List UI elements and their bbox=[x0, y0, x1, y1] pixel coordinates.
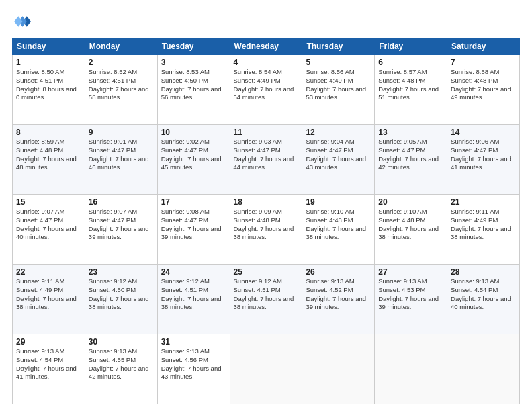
calendar-table: SundayMondayTuesdayWednesdayThursdayFrid… bbox=[12, 38, 520, 404]
calendar-week-3: 15 Sunrise: 9:07 AMSunset: 4:47 PMDaylig… bbox=[13, 195, 520, 265]
calendar-cell: 7 Sunrise: 8:58 AMSunset: 4:48 PMDayligh… bbox=[447, 55, 520, 125]
day-info: Sunrise: 9:08 AMSunset: 4:47 PMDaylight:… bbox=[161, 208, 226, 242]
day-number: 20 bbox=[378, 197, 443, 207]
day-info: Sunrise: 9:13 AMSunset: 4:56 PMDaylight:… bbox=[161, 347, 226, 381]
logo bbox=[12, 12, 34, 31]
day-info: Sunrise: 9:07 AMSunset: 4:47 PMDaylight:… bbox=[89, 208, 154, 242]
day-number: 19 bbox=[306, 197, 371, 207]
day-info: Sunrise: 9:10 AMSunset: 4:48 PMDaylight:… bbox=[378, 208, 443, 242]
day-info: Sunrise: 9:05 AMSunset: 4:47 PMDaylight:… bbox=[378, 138, 443, 172]
day-number: 18 bbox=[234, 197, 299, 207]
calendar-cell: 20 Sunrise: 9:10 AMSunset: 4:48 PMDaylig… bbox=[375, 195, 447, 265]
day-info: Sunrise: 8:57 AMSunset: 4:48 PMDaylight:… bbox=[378, 68, 443, 102]
day-number: 11 bbox=[234, 128, 299, 137]
day-info: Sunrise: 9:10 AMSunset: 4:48 PMDaylight:… bbox=[306, 208, 371, 242]
calendar-cell: 26 Sunrise: 9:13 AMSunset: 4:52 PMDaylig… bbox=[302, 265, 375, 334]
day-number: 15 bbox=[16, 197, 81, 207]
calendar-cell bbox=[230, 334, 302, 404]
day-info: Sunrise: 9:13 AMSunset: 4:55 PMDaylight:… bbox=[89, 347, 154, 381]
day-info: Sunrise: 8:59 AMSunset: 4:48 PMDaylight:… bbox=[16, 138, 81, 172]
weekday-tuesday: Tuesday bbox=[157, 38, 230, 55]
calendar-week-2: 8 Sunrise: 8:59 AMSunset: 4:48 PMDayligh… bbox=[13, 125, 520, 195]
day-info: Sunrise: 8:56 AMSunset: 4:49 PMDaylight:… bbox=[306, 68, 371, 102]
calendar-week-5: 29 Sunrise: 9:13 AMSunset: 4:54 PMDaylig… bbox=[13, 334, 520, 404]
day-number: 13 bbox=[378, 128, 443, 137]
calendar-cell: 25 Sunrise: 9:12 AMSunset: 4:51 PMDaylig… bbox=[230, 265, 302, 334]
day-number: 7 bbox=[451, 58, 516, 67]
day-info: Sunrise: 9:07 AMSunset: 4:47 PMDaylight:… bbox=[16, 208, 81, 242]
day-number: 2 bbox=[89, 58, 154, 67]
day-info: Sunrise: 9:06 AMSunset: 4:47 PMDaylight:… bbox=[451, 138, 516, 172]
calendar-week-4: 22 Sunrise: 9:11 AMSunset: 4:49 PMDaylig… bbox=[13, 265, 520, 334]
day-info: Sunrise: 9:04 AMSunset: 4:47 PMDaylight:… bbox=[306, 138, 371, 172]
day-number: 26 bbox=[306, 267, 371, 277]
calendar-cell: 12 Sunrise: 9:04 AMSunset: 4:47 PMDaylig… bbox=[302, 125, 375, 195]
day-info: Sunrise: 9:13 AMSunset: 4:54 PMDaylight:… bbox=[16, 347, 81, 381]
calendar-cell: 22 Sunrise: 9:11 AMSunset: 4:49 PMDaylig… bbox=[13, 265, 85, 334]
day-number: 8 bbox=[16, 128, 81, 137]
day-number: 25 bbox=[234, 267, 299, 277]
calendar-cell: 19 Sunrise: 9:10 AMSunset: 4:48 PMDaylig… bbox=[302, 195, 375, 265]
day-number: 29 bbox=[16, 337, 81, 347]
logo-icon bbox=[12, 12, 31, 31]
day-info: Sunrise: 9:03 AMSunset: 4:47 PMDaylight:… bbox=[234, 138, 299, 172]
day-info: Sunrise: 8:52 AMSunset: 4:51 PMDaylight:… bbox=[89, 68, 154, 102]
weekday-monday: Monday bbox=[85, 38, 157, 55]
calendar-cell: 1 Sunrise: 8:50 AMSunset: 4:51 PMDayligh… bbox=[13, 55, 85, 125]
calendar-cell: 27 Sunrise: 9:13 AMSunset: 4:53 PMDaylig… bbox=[375, 265, 447, 334]
day-info: Sunrise: 8:58 AMSunset: 4:48 PMDaylight:… bbox=[451, 68, 516, 102]
day-number: 16 bbox=[89, 197, 154, 207]
calendar-cell: 31 Sunrise: 9:13 AMSunset: 4:56 PMDaylig… bbox=[157, 334, 230, 404]
calendar-cell: 9 Sunrise: 9:01 AMSunset: 4:47 PMDayligh… bbox=[85, 125, 157, 195]
calendar-cell: 21 Sunrise: 9:11 AMSunset: 4:49 PMDaylig… bbox=[447, 195, 520, 265]
weekday-saturday: Saturday bbox=[447, 38, 520, 55]
day-number: 24 bbox=[161, 267, 226, 277]
day-number: 21 bbox=[451, 197, 516, 207]
day-number: 10 bbox=[161, 128, 226, 137]
calendar-cell: 14 Sunrise: 9:06 AMSunset: 4:47 PMDaylig… bbox=[447, 125, 520, 195]
page: SundayMondayTuesdayWednesdayThursdayFrid… bbox=[0, 0, 532, 411]
calendar-cell: 24 Sunrise: 9:12 AMSunset: 4:51 PMDaylig… bbox=[157, 265, 230, 334]
calendar-cell: 13 Sunrise: 9:05 AMSunset: 4:47 PMDaylig… bbox=[375, 125, 447, 195]
day-info: Sunrise: 9:11 AMSunset: 4:49 PMDaylight:… bbox=[16, 277, 81, 312]
calendar-cell: 18 Sunrise: 9:09 AMSunset: 4:48 PMDaylig… bbox=[230, 195, 302, 265]
day-info: Sunrise: 9:11 AMSunset: 4:49 PMDaylight:… bbox=[451, 208, 516, 242]
calendar-cell: 5 Sunrise: 8:56 AMSunset: 4:49 PMDayligh… bbox=[302, 55, 375, 125]
day-number: 17 bbox=[161, 197, 226, 207]
day-info: Sunrise: 9:01 AMSunset: 4:47 PMDaylight:… bbox=[89, 138, 154, 172]
day-number: 27 bbox=[378, 267, 443, 277]
calendar-cell: 3 Sunrise: 8:53 AMSunset: 4:50 PMDayligh… bbox=[157, 55, 230, 125]
calendar-cell: 16 Sunrise: 9:07 AMSunset: 4:47 PMDaylig… bbox=[85, 195, 157, 265]
day-info: Sunrise: 9:12 AMSunset: 4:50 PMDaylight:… bbox=[89, 277, 154, 312]
day-number: 28 bbox=[451, 267, 516, 277]
calendar-cell: 28 Sunrise: 9:13 AMSunset: 4:54 PMDaylig… bbox=[447, 265, 520, 334]
calendar-cell bbox=[447, 334, 520, 404]
calendar-cell: 2 Sunrise: 8:52 AMSunset: 4:51 PMDayligh… bbox=[85, 55, 157, 125]
calendar-cell bbox=[375, 334, 447, 404]
header bbox=[12, 12, 520, 31]
calendar-cell: 15 Sunrise: 9:07 AMSunset: 4:47 PMDaylig… bbox=[13, 195, 85, 265]
weekday-header-row: SundayMondayTuesdayWednesdayThursdayFrid… bbox=[13, 38, 520, 55]
day-number: 31 bbox=[161, 337, 226, 347]
calendar-cell: 10 Sunrise: 9:02 AMSunset: 4:47 PMDaylig… bbox=[157, 125, 230, 195]
weekday-friday: Friday bbox=[375, 38, 447, 55]
day-number: 1 bbox=[16, 58, 81, 67]
calendar-cell bbox=[302, 334, 375, 404]
calendar-week-1: 1 Sunrise: 8:50 AMSunset: 4:51 PMDayligh… bbox=[13, 55, 520, 125]
weekday-wednesday: Wednesday bbox=[230, 38, 302, 55]
day-number: 9 bbox=[89, 128, 154, 137]
day-number: 3 bbox=[161, 58, 226, 67]
calendar-cell: 17 Sunrise: 9:08 AMSunset: 4:47 PMDaylig… bbox=[157, 195, 230, 265]
day-number: 23 bbox=[89, 267, 154, 277]
day-info: Sunrise: 9:13 AMSunset: 4:54 PMDaylight:… bbox=[451, 277, 516, 312]
weekday-sunday: Sunday bbox=[13, 38, 85, 55]
day-info: Sunrise: 9:09 AMSunset: 4:48 PMDaylight:… bbox=[234, 208, 299, 242]
day-number: 22 bbox=[16, 267, 81, 277]
day-number: 6 bbox=[378, 58, 443, 67]
day-info: Sunrise: 8:53 AMSunset: 4:50 PMDaylight:… bbox=[161, 68, 226, 102]
day-info: Sunrise: 9:12 AMSunset: 4:51 PMDaylight:… bbox=[234, 277, 299, 312]
calendar-cell: 11 Sunrise: 9:03 AMSunset: 4:47 PMDaylig… bbox=[230, 125, 302, 195]
day-number: 30 bbox=[89, 337, 154, 347]
calendar-cell: 4 Sunrise: 8:54 AMSunset: 4:49 PMDayligh… bbox=[230, 55, 302, 125]
calendar-cell: 8 Sunrise: 8:59 AMSunset: 4:48 PMDayligh… bbox=[13, 125, 85, 195]
